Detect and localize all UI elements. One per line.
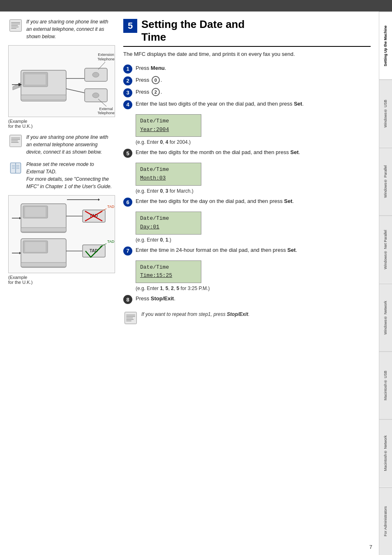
step-1: 1 Press Menu. [123,64,371,74]
sidebar-tab-setup[interactable]: Setting Up the Machine [379,12,392,79]
diagram-2-svg: TAD TAD [9,196,115,274]
step-7-text: Enter the time in 24-hour format on the … [136,246,371,254]
lcd-month: Date/TimeMonth:03 [136,163,201,186]
final-note-icon [123,311,138,325]
svg-line-17 [66,89,85,93]
step-5-note: (e.g. Enter 0, 3 for March.) [136,188,371,194]
step-7-circle: 7 [123,246,132,256]
diagram-1-svg: Extension Telephone External Telephone [9,46,115,117]
lcd-day: Date/TimeDay:01 [136,212,201,235]
left-note-1: If you are sharing one phone line with a… [8,18,113,40]
left-note-1-text: If you are sharing one phone line with a… [26,18,113,40]
step-8-text: Press Stop/Exit. [136,295,371,303]
step-1-circle: 1 [123,64,132,74]
diagram-1: Extension Telephone External Telephone [8,45,115,117]
sidebar-tab-win-net-parallel[interactable]: Windows® Net Parallel [379,215,392,283]
left-note-3-text: Please set the receive mode to External … [26,161,113,190]
svg-rect-40 [21,228,66,232]
step-4-text: Enter the last two digits of the year on… [136,100,371,108]
svg-text:Telephone: Telephone [97,111,115,115]
step-2: 2 Press 0. [123,76,371,85]
sidebar-tab-mac-usb[interactable]: Macintosh® USB [379,351,392,419]
diagram-2-label: (Examplefor the U.K.) [8,275,113,285]
main-content: If you are sharing one phone line with a… [0,12,379,338]
diagram-2: TAD TAD [8,195,115,273]
intro-text: The MFC displays the date and time, and … [123,50,371,58]
step-6-text: Enter the two digits for the day on the … [136,197,371,205]
sidebar-tab-win-usb[interactable]: Windows® USB [379,79,392,147]
left-note-3: Please set the receive mode to External … [8,161,113,190]
svg-marker-62 [98,198,100,201]
lcd-time: Date/TimeTime:15:25 [136,260,201,283]
step-2-text: Press 0. [136,76,371,85]
svg-rect-53 [21,263,66,267]
svg-rect-39 [25,207,46,217]
step-6-note: (e.g. Enter 0, 1.) [136,237,371,243]
section-number: 5 [123,19,137,33]
svg-text:Extension: Extension [98,53,114,57]
left-note-2-text: If you are sharing one phone line with a… [26,134,113,156]
lcd-year: Date/TimeYear:2004 [136,114,201,137]
step-2-circle: 2 [123,76,132,85]
svg-rect-9 [21,95,66,100]
step-3-circle: 3 [123,88,132,97]
section-title: Setting the Date andTime [141,18,244,44]
step-4: 4 Enter the last two digits of the year … [123,100,371,109]
svg-text:External: External [99,107,113,111]
step-7: 7 Enter the time in 24-hour format on th… [123,246,371,256]
top-bar [0,0,392,12]
svg-text:Telephone: Telephone [97,57,115,61]
note-icon-1 [8,18,23,33]
right-sidebar: Setting Up the Machine Windows® USB Wind… [379,12,392,555]
left-column: If you are sharing one phone line with a… [8,18,119,290]
final-note: If you want to repeat from step1, press … [123,311,371,325]
step-1-text: Press Menu. [136,64,371,72]
svg-point-13 [92,72,99,77]
svg-rect-8 [25,74,46,85]
step-8-circle: 8 [123,295,132,304]
step-7-note: (e.g. Enter 1, 5, 2, 5 for 3:25 P.M.) [136,286,371,291]
step-3-button: 2 [152,88,160,96]
section-heading: 5 Setting the Date andTime [123,18,371,47]
step-6: 6 Enter the two digits for the day on th… [123,197,371,207]
left-note-2: If you are sharing one phone line with a… [8,134,113,156]
svg-marker-10 [13,83,21,90]
svg-point-19 [92,93,99,98]
diagram-1-label: (Examplefor the U.K.) [8,119,113,129]
step-2-button: 0 [152,76,160,84]
step-3-text: Press 2. [136,88,371,97]
step-3: 3 Press 2. [123,88,371,97]
step-5-text: Enter the two digits for the month on th… [136,148,371,157]
svg-text:TAD: TAD [107,205,115,209]
sidebar-tab-win-network[interactable]: Windows® Network [379,283,392,351]
sidebar-tab-mac-network[interactable]: Macintosh® Network [379,419,392,487]
svg-rect-52 [25,242,46,252]
step-5-circle: 5 [123,149,132,158]
sidebar-tab-admin[interactable]: For Administrators [379,487,392,555]
svg-text:TAD: TAD [107,240,115,244]
step-6-circle: 6 [123,198,132,207]
step-4-circle: 4 [123,100,132,109]
note-icon-2 [8,134,23,148]
sidebar-tab-win-parallel[interactable]: Windows® Parallel [379,147,392,215]
step-4-note: (e.g. Enter 0, 4 for 2004.) [136,139,371,145]
step-8: 8 Press Stop/Exit. [123,295,371,304]
page-number: 7 [369,544,372,550]
step-5: 5 Enter the two digits for the month on … [123,148,371,158]
right-column: 5 Setting the Date andTime The MFC displ… [123,18,371,325]
final-note-text: If you want to repeat from step1, press … [141,311,249,318]
book-icon [8,161,23,175]
